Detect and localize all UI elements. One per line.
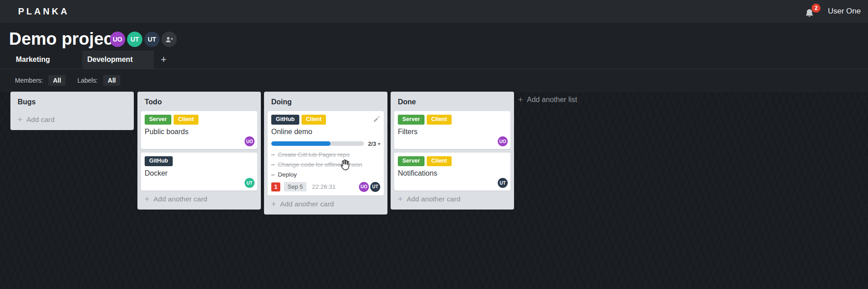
plus-icon: + [271,200,276,208]
add-card-button[interactable]: + Add another card [394,191,510,207]
list-bugs-title[interactable]: Bugs [14,94,130,111]
progress-toggle[interactable]: 2/3 ▾ [368,140,380,147]
task-dash: – [271,171,275,178]
members-filter-label: Members: [15,77,43,84]
card-members: UO UT [359,182,380,192]
add-card-label: Add another card [280,200,334,208]
notifications-button[interactable]: 2 [804,4,816,19]
card-filters[interactable]: Server Client Filters UO [394,111,510,149]
label-server: Server [398,156,425,166]
member-avatar[interactable]: UO [110,32,125,47]
card-labels: Server Client [398,156,507,166]
card-labels: Server Client [145,115,254,125]
list-doing: Doing GitHub Client Online demo 2/3 ▾ [264,92,387,214]
card-notifications[interactable]: Server Client Notifications UT [394,153,510,191]
card-notification-badge: 1 [271,182,280,191]
planka-logo[interactable]: PLANKA [18,6,69,17]
tab-development[interactable]: Development [82,51,154,69]
card-labels: GitHub [145,156,254,166]
plus-icon: + [18,116,23,124]
labels-filter-value[interactable]: All [103,75,120,86]
task-text: Change code for offline version [278,161,363,168]
board-tabs: Marketing Development + [11,51,174,69]
task-text: Create GitHub Pages repo [278,151,350,158]
card-footer: 1 Sep 5 22:26:31 UO UT [271,182,380,192]
tab-marketing[interactable]: Marketing [11,51,82,69]
card-member-avatar: UT [370,182,380,192]
plus-icon: + [145,195,150,203]
task-list: – Create GitHub Pages repo – Change code… [271,151,380,178]
cards-container: GitHub Client Online demo 2/3 ▾ – [268,111,384,196]
label-server: Server [145,115,171,125]
add-list-label: Add another list [527,96,577,104]
planka-app: PLANKA 2 User One Demo project UO UT UT … [0,0,868,289]
card-member-avatar: UO [245,136,255,146]
members-filter-value[interactable]: All [48,75,66,86]
tabs-divider [0,69,868,69]
list-done: Done Server Client Filters UO Server Cli… [391,92,514,210]
label-github: GitHub [271,115,299,125]
label-client: Client [174,115,198,125]
add-board-button[interactable]: + [154,51,174,69]
card-title: Online demo [271,128,380,136]
card-member-avatar: UO [359,182,369,192]
task-dash: – [271,161,275,168]
filter-bar: Members: All Labels: All [15,75,132,86]
notification-badge: 2 [811,4,821,13]
add-card-label: Add another card [154,195,208,203]
label-client: Client [427,156,452,166]
label-server: Server [398,115,425,125]
task-dash: – [271,151,275,158]
topbar-right: 2 User One [804,4,861,19]
card-public-boards[interactable]: Server Client Public boards UO [141,111,257,149]
plus-icon: + [518,96,523,104]
cards-container: Server Client Public boards UO GitHub Do… [141,111,257,191]
project-members: UO UT UT [110,32,177,47]
progress-count: 2/3 [368,140,376,147]
user-menu[interactable]: User One [828,7,861,16]
list-todo-title[interactable]: Todo [141,94,257,111]
cards-container: Server Client Filters UO Server Client N… [394,111,510,191]
add-card-label: Add another card [407,195,461,203]
task-text: Deploy [278,171,297,178]
card-labels: GitHub Client [271,115,380,125]
card-online-demo[interactable]: GitHub Client Online demo 2/3 ▾ – [268,111,384,196]
project-title[interactable]: Demo project [9,28,119,50]
card-title: Docker [145,169,254,177]
task-item[interactable]: – Change code for offline version [271,161,380,168]
person-plus-icon [165,36,174,43]
add-card-button[interactable]: + Add another card [141,191,257,207]
card-title: Public boards [145,128,254,136]
add-card-label: Add card [27,116,55,124]
label-client: Client [427,115,452,125]
labels-filter-label: Labels: [77,77,98,84]
add-card-button[interactable]: + Add another card [268,196,384,212]
task-progress-row: 2/3 ▾ [271,140,380,147]
progress-fill [271,141,330,146]
stopwatch-value[interactable]: 22:26:31 [312,183,336,190]
add-member-button[interactable] [161,32,177,47]
list-doing-title[interactable]: Doing [268,94,384,111]
card-member-avatar: UT [245,178,255,188]
list-todo: Todo Server Client Public boards UO GitH… [137,92,261,210]
card-docker[interactable]: GitHub Docker UT [141,153,257,191]
chevron-down-icon: ▾ [378,141,380,146]
list-bugs: Bugs + Add card [10,92,134,130]
label-client: Client [302,115,326,125]
plus-icon: + [398,195,403,203]
add-card-button[interactable]: + Add card [14,111,130,127]
card-title: Filters [398,128,507,136]
add-list-button[interactable]: + Add another list [518,96,577,104]
task-item[interactable]: – Deploy [271,171,380,178]
member-avatar[interactable]: UT [144,32,160,47]
card-title: Notifications [398,169,507,177]
member-avatar[interactable]: UT [127,32,142,47]
task-item[interactable]: – Create GitHub Pages repo [271,151,380,158]
due-date-badge[interactable]: Sep 5 [284,182,307,191]
top-bar: PLANKA 2 User One [0,0,868,23]
list-done-title[interactable]: Done [394,94,510,111]
progress-bar [271,141,364,146]
card-member-avatar: UT [498,178,508,188]
card-member-avatar: UO [498,136,508,146]
edit-pencil-icon[interactable] [373,115,380,122]
